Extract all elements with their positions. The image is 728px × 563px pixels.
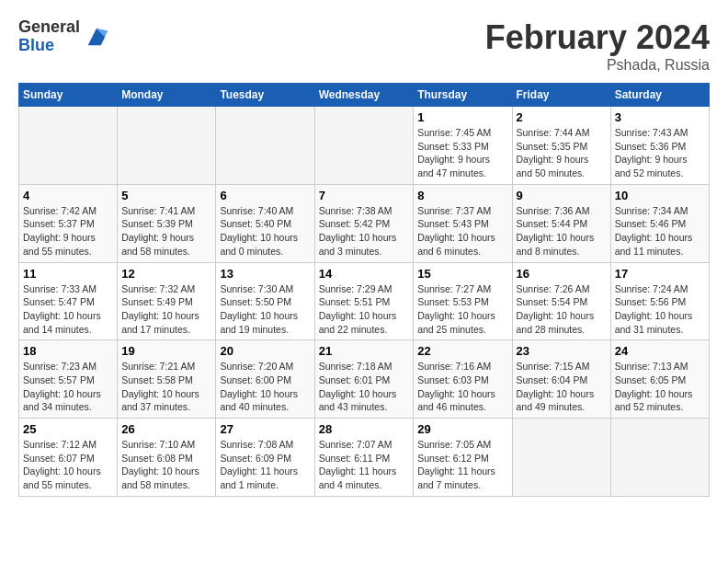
- calendar-cell: 4Sunrise: 7:42 AM Sunset: 5:37 PM Daylig…: [19, 184, 118, 262]
- weekday-header-tuesday: Tuesday: [216, 84, 314, 107]
- day-number: 29: [417, 422, 507, 436]
- calendar-cell: 6Sunrise: 7:40 AM Sunset: 5:40 PM Daylig…: [216, 184, 314, 262]
- calendar-cell: 17Sunrise: 7:24 AM Sunset: 5:56 PM Dayli…: [610, 262, 709, 340]
- calendar-cell: 21Sunrise: 7:18 AM Sunset: 6:01 PM Dayli…: [314, 340, 414, 419]
- day-info: Sunrise: 7:41 AM Sunset: 5:39 PM Dayligh…: [121, 204, 211, 259]
- week-row-5: 25Sunrise: 7:12 AM Sunset: 6:07 PM Dayli…: [19, 419, 710, 497]
- calendar-cell: [314, 107, 414, 185]
- day-number: 7: [319, 189, 410, 202]
- day-info: Sunrise: 7:05 AM Sunset: 6:12 PM Dayligh…: [417, 438, 507, 492]
- day-number: 22: [417, 344, 507, 358]
- week-row-1: 1Sunrise: 7:45 AM Sunset: 5:33 PM Daylig…: [19, 107, 710, 185]
- day-info: Sunrise: 7:45 AM Sunset: 5:33 PM Dayligh…: [417, 126, 507, 180]
- day-info: Sunrise: 7:30 AM Sunset: 5:50 PM Dayligh…: [220, 282, 310, 337]
- day-number: 15: [417, 267, 507, 281]
- calendar-cell: 24Sunrise: 7:13 AM Sunset: 6:05 PM Dayli…: [610, 340, 709, 419]
- calendar-cell: 20Sunrise: 7:20 AM Sunset: 6:00 PM Dayli…: [216, 340, 314, 419]
- calendar-cell: 25Sunrise: 7:12 AM Sunset: 6:07 PM Dayli…: [19, 419, 118, 497]
- day-number: 25: [23, 422, 113, 436]
- week-row-2: 4Sunrise: 7:42 AM Sunset: 5:37 PM Daylig…: [19, 184, 710, 262]
- day-info: Sunrise: 7:37 AM Sunset: 5:43 PM Dayligh…: [417, 204, 507, 259]
- day-number: 23: [517, 344, 607, 358]
- day-info: Sunrise: 7:33 AM Sunset: 5:47 PM Dayligh…: [23, 282, 113, 337]
- day-number: 18: [23, 344, 113, 358]
- day-info: Sunrise: 7:18 AM Sunset: 6:01 PM Dayligh…: [319, 360, 410, 414]
- day-number: 27: [220, 422, 310, 436]
- day-info: Sunrise: 7:16 AM Sunset: 6:03 PM Dayligh…: [417, 360, 507, 414]
- calendar-subtitle: Pshada, Russia: [485, 57, 710, 74]
- calendar-cell: 8Sunrise: 7:37 AM Sunset: 5:43 PM Daylig…: [414, 184, 512, 262]
- calendar-cell: 10Sunrise: 7:34 AM Sunset: 5:46 PM Dayli…: [610, 184, 709, 262]
- day-info: Sunrise: 7:40 AM Sunset: 5:40 PM Dayligh…: [220, 204, 310, 259]
- day-info: Sunrise: 7:27 AM Sunset: 5:53 PM Dayligh…: [417, 282, 507, 337]
- day-number: 10: [615, 189, 705, 202]
- day-info: Sunrise: 7:07 AM Sunset: 6:11 PM Dayligh…: [319, 438, 410, 492]
- calendar-body: 1Sunrise: 7:45 AM Sunset: 5:33 PM Daylig…: [19, 107, 710, 497]
- day-number: 20: [220, 344, 310, 358]
- calendar-cell: 11Sunrise: 7:33 AM Sunset: 5:47 PM Dayli…: [19, 262, 118, 340]
- calendar-cell: 12Sunrise: 7:32 AM Sunset: 5:49 PM Dayli…: [118, 262, 216, 340]
- day-info: Sunrise: 7:13 AM Sunset: 6:05 PM Dayligh…: [615, 360, 705, 414]
- day-number: 21: [319, 344, 410, 358]
- calendar-title: February 2024: [485, 18, 710, 57]
- day-number: 4: [23, 189, 113, 202]
- logo-icon: [84, 24, 109, 50]
- weekday-header-thursday: Thursday: [414, 84, 512, 107]
- day-info: Sunrise: 7:36 AM Sunset: 5:44 PM Dayligh…: [517, 204, 607, 259]
- calendar-cell: 19Sunrise: 7:21 AM Sunset: 5:58 PM Dayli…: [118, 340, 216, 419]
- week-row-3: 11Sunrise: 7:33 AM Sunset: 5:47 PM Dayli…: [19, 262, 710, 340]
- weekday-header-saturday: Saturday: [610, 84, 709, 107]
- day-number: 12: [121, 267, 211, 281]
- weekday-header-wednesday: Wednesday: [314, 84, 414, 107]
- day-number: 8: [417, 189, 507, 202]
- day-number: 5: [121, 189, 211, 202]
- calendar-cell: 15Sunrise: 7:27 AM Sunset: 5:53 PM Dayli…: [414, 262, 512, 340]
- day-info: Sunrise: 7:34 AM Sunset: 5:46 PM Dayligh…: [615, 204, 705, 259]
- day-number: 9: [517, 189, 607, 202]
- calendar-header-row: SundayMondayTuesdayWednesdayThursdayFrid…: [19, 84, 710, 107]
- calendar-cell: 28Sunrise: 7:07 AM Sunset: 6:11 PM Dayli…: [314, 419, 414, 497]
- day-number: 17: [615, 267, 705, 281]
- day-number: 11: [23, 267, 113, 281]
- day-info: Sunrise: 7:15 AM Sunset: 6:04 PM Dayligh…: [517, 360, 607, 414]
- calendar-cell: 3Sunrise: 7:43 AM Sunset: 5:36 PM Daylig…: [610, 107, 709, 185]
- calendar-cell: 1Sunrise: 7:45 AM Sunset: 5:33 PM Daylig…: [414, 107, 512, 185]
- calendar-cell: [216, 107, 314, 185]
- weekday-header-friday: Friday: [512, 84, 610, 107]
- calendar-cell: [610, 419, 709, 497]
- calendar-cell: 14Sunrise: 7:29 AM Sunset: 5:51 PM Dayli…: [314, 262, 414, 340]
- day-info: Sunrise: 7:42 AM Sunset: 5:37 PM Dayligh…: [23, 204, 113, 259]
- weekday-header-monday: Monday: [118, 84, 216, 107]
- day-number: 16: [517, 267, 607, 281]
- day-number: 6: [220, 189, 310, 202]
- calendar-cell: 16Sunrise: 7:26 AM Sunset: 5:54 PM Dayli…: [512, 262, 610, 340]
- calendar-cell: 7Sunrise: 7:38 AM Sunset: 5:42 PM Daylig…: [314, 184, 414, 262]
- logo: General Blue: [18, 18, 109, 55]
- day-info: Sunrise: 7:08 AM Sunset: 6:09 PM Dayligh…: [220, 438, 310, 492]
- day-number: 28: [319, 422, 410, 436]
- calendar-cell: 5Sunrise: 7:41 AM Sunset: 5:39 PM Daylig…: [118, 184, 216, 262]
- day-number: 14: [319, 267, 410, 281]
- day-number: 3: [615, 110, 705, 124]
- calendar-cell: 27Sunrise: 7:08 AM Sunset: 6:09 PM Dayli…: [216, 419, 314, 497]
- calendar-cell: 13Sunrise: 7:30 AM Sunset: 5:50 PM Dayli…: [216, 262, 314, 340]
- day-info: Sunrise: 7:44 AM Sunset: 5:35 PM Dayligh…: [517, 126, 607, 180]
- calendar-cell: 23Sunrise: 7:15 AM Sunset: 6:04 PM Dayli…: [512, 340, 610, 419]
- calendar-cell: [118, 107, 216, 185]
- calendar-cell: 18Sunrise: 7:23 AM Sunset: 5:57 PM Dayli…: [19, 340, 118, 419]
- logo-blue: Blue: [18, 37, 80, 55]
- day-info: Sunrise: 7:29 AM Sunset: 5:51 PM Dayligh…: [319, 282, 410, 337]
- title-block: February 2024 Pshada, Russia: [485, 18, 710, 74]
- calendar-table: SundayMondayTuesdayWednesdayThursdayFrid…: [18, 83, 710, 497]
- day-info: Sunrise: 7:10 AM Sunset: 6:08 PM Dayligh…: [121, 438, 211, 492]
- day-info: Sunrise: 7:24 AM Sunset: 5:56 PM Dayligh…: [615, 282, 705, 337]
- day-info: Sunrise: 7:43 AM Sunset: 5:36 PM Dayligh…: [615, 126, 705, 180]
- week-row-4: 18Sunrise: 7:23 AM Sunset: 5:57 PM Dayli…: [19, 340, 710, 419]
- day-number: 13: [220, 267, 310, 281]
- calendar-cell: 26Sunrise: 7:10 AM Sunset: 6:08 PM Dayli…: [118, 419, 216, 497]
- page-header: General Blue February 2024 Pshada, Russi…: [18, 18, 710, 74]
- day-info: Sunrise: 7:21 AM Sunset: 5:58 PM Dayligh…: [121, 360, 211, 414]
- day-number: 24: [615, 344, 705, 358]
- day-info: Sunrise: 7:12 AM Sunset: 6:07 PM Dayligh…: [23, 438, 113, 492]
- day-number: 19: [121, 344, 211, 358]
